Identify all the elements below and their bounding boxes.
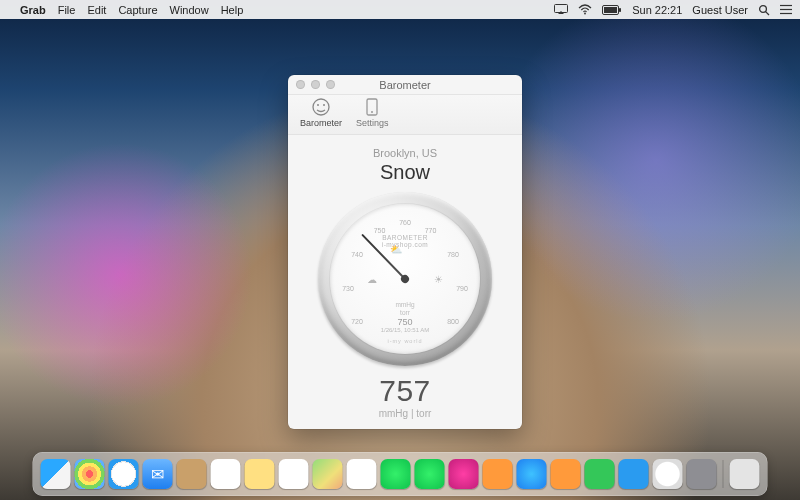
svg-point-12 (323, 104, 325, 106)
gauge-unit-mmhg: mmHg (395, 301, 414, 309)
window-title: Barometer (379, 79, 430, 91)
barometer-gauge: 720 730 740 750 760 770 780 790 800 BARO… (318, 192, 492, 366)
dock-ibooks-icon[interactable] (483, 459, 513, 489)
gauge-center-date: 1/26/15, 10:51 AM (381, 327, 430, 334)
pressure-unit: mmHg | torr (379, 408, 432, 419)
gauge-tick-720: 720 (351, 318, 363, 325)
close-button[interactable] (296, 80, 305, 89)
svg-point-10 (313, 99, 329, 115)
svg-point-1 (584, 13, 586, 15)
dock-finder-icon[interactable] (41, 459, 71, 489)
dock-notes-icon[interactable] (245, 459, 275, 489)
spotlight-icon[interactable] (758, 4, 770, 16)
dock-numbers-icon[interactable] (585, 459, 615, 489)
gauge-tick-780: 780 (447, 250, 459, 257)
gauge-title-top: BAROMETER (382, 234, 428, 241)
dock (33, 452, 768, 496)
rain-icon: ☁ (367, 274, 377, 285)
svg-rect-3 (604, 7, 617, 13)
gauge-tick-760: 760 (399, 219, 411, 226)
dock-itunes-icon[interactable] (449, 459, 479, 489)
dock-safari-icon[interactable] (109, 459, 139, 489)
gauge-bottom-label: i-my world (387, 338, 422, 344)
menubar-right: Sun 22:21 Guest User (554, 4, 792, 16)
barometer-tab-icon (311, 97, 331, 117)
menubar-item-help[interactable]: Help (221, 4, 244, 16)
menubar-item-window[interactable]: Window (170, 4, 209, 16)
dock-keynote-icon[interactable] (619, 459, 649, 489)
svg-line-6 (766, 11, 769, 14)
dock-launchpad-icon[interactable] (75, 459, 105, 489)
dock-maps-icon[interactable] (313, 459, 343, 489)
dock-barometer-icon[interactable] (653, 459, 683, 489)
dock-contacts-icon[interactable] (177, 459, 207, 489)
condition-label: Snow (380, 161, 430, 184)
window-content: Brooklyn, US Snow 720 730 740 750 760 77… (288, 135, 522, 429)
toolbar-barometer-label: Barometer (300, 118, 342, 128)
toolbar-settings-label: Settings (356, 118, 389, 128)
svg-point-14 (371, 111, 373, 113)
gauge-tick-770: 770 (425, 226, 437, 233)
gauge-title-sub: i-myshop.com (382, 241, 428, 248)
gauge-title: BAROMETER i-myshop.com (382, 234, 428, 248)
menubar-user[interactable]: Guest User (692, 4, 748, 16)
svg-rect-4 (619, 8, 621, 12)
toolbar-barometer-tab[interactable]: Barometer (296, 95, 346, 130)
dock-pages-icon[interactable] (551, 459, 581, 489)
gauge-tick-740: 740 (351, 250, 363, 257)
traffic-lights (296, 80, 335, 89)
titlebar[interactable]: Barometer (288, 75, 522, 95)
menubar-item-file[interactable]: File (58, 4, 76, 16)
notification-center-icon[interactable] (780, 4, 792, 15)
battery-icon[interactable] (602, 5, 622, 15)
menubar-item-capture[interactable]: Capture (118, 4, 157, 16)
dock-reminders-icon[interactable] (279, 459, 309, 489)
svg-point-11 (317, 104, 319, 106)
partly-cloudy-icon: ⛅ (390, 244, 402, 255)
dock-mail-icon[interactable] (143, 459, 173, 489)
menubar-left: Grab File Edit Capture Window Help (8, 4, 243, 16)
airplay-icon[interactable] (554, 4, 568, 15)
desktop: Grab File Edit Capture Window Help Sun 2… (0, 0, 800, 500)
minimize-button[interactable] (311, 80, 320, 89)
toolbar: Barometer Settings (288, 95, 522, 135)
dock-separator (723, 460, 724, 488)
gauge-unit-torr: torr (395, 309, 414, 317)
zoom-button[interactable] (326, 80, 335, 89)
dock-calendar-icon[interactable] (211, 459, 241, 489)
pressure-reading: 757 (379, 374, 431, 408)
barometer-window: Barometer Barometer Settings Brooklyn, U… (288, 75, 522, 429)
dock-photos-icon[interactable] (347, 459, 377, 489)
dock-sysprefs-icon[interactable] (687, 459, 717, 489)
gauge-tick-800: 800 (447, 318, 459, 325)
menubar: Grab File Edit Capture Window Help Sun 2… (0, 0, 800, 19)
menubar-app-name[interactable]: Grab (20, 4, 46, 16)
settings-tab-icon (362, 97, 382, 117)
gauge-center-value: 750 (381, 317, 430, 327)
menubar-clock[interactable]: Sun 22:21 (632, 4, 682, 16)
menubar-item-edit[interactable]: Edit (87, 4, 106, 16)
wifi-icon[interactable] (578, 4, 592, 15)
dock-trash-icon[interactable] (730, 459, 760, 489)
gauge-tick-730: 730 (342, 285, 354, 292)
dock-facetime-icon[interactable] (415, 459, 445, 489)
svg-point-5 (760, 5, 767, 12)
gauge-units: mmHg torr (395, 301, 414, 317)
dock-appstore-icon[interactable] (517, 459, 547, 489)
dock-messages-icon[interactable] (381, 459, 411, 489)
gauge-face: 720 730 740 750 760 770 780 790 800 BARO… (330, 204, 480, 354)
location-label: Brooklyn, US (373, 147, 437, 159)
gauge-center-reading: 750 1/26/15, 10:51 AM (381, 317, 430, 334)
sunny-icon: ☀ (434, 274, 443, 285)
gauge-tick-790: 790 (456, 285, 468, 292)
toolbar-settings-tab[interactable]: Settings (352, 95, 393, 130)
gauge-tick-750: 750 (374, 226, 386, 233)
